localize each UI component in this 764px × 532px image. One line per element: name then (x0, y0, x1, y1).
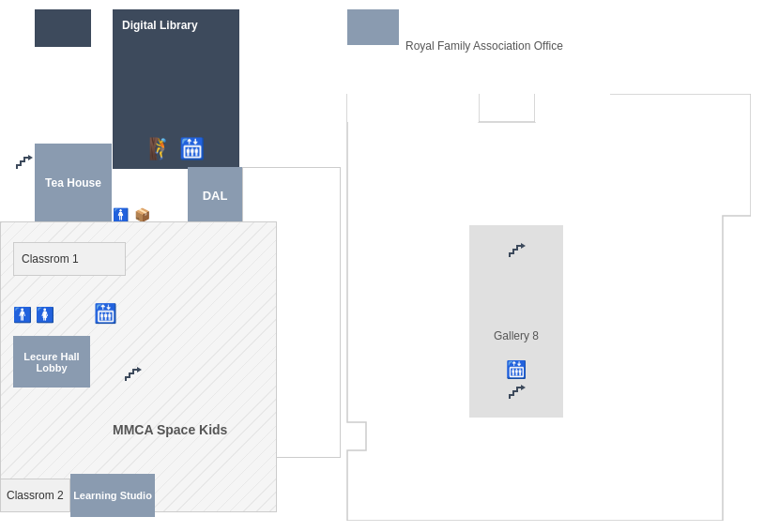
mmca-label: MMCA Space Kids (113, 422, 227, 437)
restroom-male2-icon: 🚹 (13, 307, 32, 323)
digital-library-block: Digital Library (113, 9, 239, 131)
mmca-text: MMCA Space Kids (113, 422, 227, 437)
restroom-male-icon: 🚹 (113, 207, 129, 222)
digital-library-label: Digital Library (122, 19, 198, 32)
map-container: Digital Library 🧗 🛗 Tea House DAL 🚹 📦 Cl… (0, 0, 764, 532)
svg-marker-0 (28, 155, 33, 160)
tea-house-label: Tea House (45, 176, 101, 190)
classrom1-label: Classrom 1 (22, 252, 79, 266)
classrom2-label: Classrom 2 (7, 489, 64, 502)
gallery8-elevator-icon: 🛗 (506, 359, 527, 380)
gallery8-block: Gallery 8 🛗 (469, 225, 563, 418)
svg-marker-4 (521, 243, 526, 249)
royal-family-label: Royal Family Association Office (405, 39, 563, 53)
restroom-female2-icon: 🚺 (36, 307, 54, 323)
escalator-icon: 🧗 (148, 137, 174, 161)
dal-label: DAL (203, 189, 228, 203)
escalator-mid-icon (122, 364, 143, 389)
royal-family-block (347, 9, 399, 45)
svg-rect-2 (347, 94, 479, 122)
lecture-hall-block: Lecure Hall Lobby (13, 336, 90, 388)
svg-marker-1 (137, 367, 142, 372)
restroom-female-icon: 📦 (134, 207, 150, 222)
svg-rect-3 (535, 94, 610, 122)
icons-bar: 🧗 🛗 (113, 129, 239, 169)
tea-house-block: Tea House (35, 144, 112, 221)
lecture-hall-label: Lecure Hall Lobby (13, 351, 90, 373)
classrom2-block: Classrom 2 (0, 479, 70, 512)
svg-marker-5 (521, 385, 526, 390)
dal-block: DAL (188, 167, 242, 223)
gallery8-label: Gallery 8 (494, 329, 539, 342)
classrom1-block: Classrom 1 (13, 242, 126, 276)
restroom-icons-left: 🚹 🚺 (13, 306, 54, 324)
top-left-block (35, 9, 91, 47)
gallery8-icons-bottom: 🛗 (506, 359, 527, 403)
learning-studio-label: Learning Studio (73, 490, 152, 501)
elevator-center-icon: 🛗 (94, 302, 117, 325)
learning-studio-block: Learning Studio (70, 474, 155, 517)
elevator2-icon: 🛗 (94, 303, 117, 324)
royal-family-text: Royal Family Association Office (405, 39, 563, 53)
gallery8-icons-top (506, 240, 527, 261)
stair-icon-left (13, 152, 34, 177)
elevator-icon: 🛗 (179, 137, 205, 161)
